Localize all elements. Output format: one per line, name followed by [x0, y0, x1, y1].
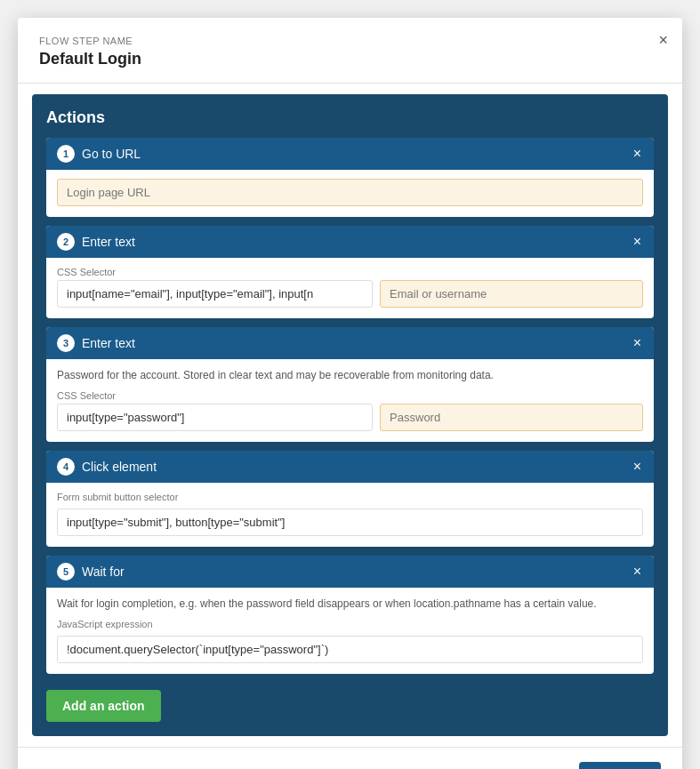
modal: × Flow Step Name Default Login Actions 1…: [18, 18, 682, 769]
action-type-5: Wait for: [82, 565, 125, 579]
action-type-2: Enter text: [82, 235, 135, 249]
css-selector-input-2[interactable]: [57, 280, 373, 308]
action-type-3: Enter text: [82, 336, 135, 350]
action-body-4: Form submit button selector: [46, 483, 654, 547]
css-selector-label-2: CSS Selector: [57, 267, 373, 277]
action-close-1[interactable]: ×: [632, 145, 643, 163]
action-body-5: Wait for login completion, e.g. when the…: [46, 588, 654, 674]
actions-panel: Actions 1 Go to URL × 2 Enter text ×: [32, 94, 668, 736]
action-type-1: Go to URL: [82, 147, 141, 161]
js-expression-input[interactable]: [57, 636, 643, 663]
css-selector-input-3[interactable]: [57, 404, 373, 431]
action-header-2: 2 Enter text ×: [46, 226, 654, 258]
css-selector-label-3: CSS Selector: [57, 390, 373, 401]
action-close-3[interactable]: ×: [632, 334, 643, 352]
close-button[interactable]: ×: [658, 32, 668, 48]
flow-step-label: Flow Step Name: [39, 36, 661, 46]
action-type-4: Click element: [82, 460, 157, 474]
action-number-5: 5: [57, 563, 75, 581]
action-close-4[interactable]: ×: [632, 458, 643, 476]
action-card-3: 3 Enter text × Password for the account.…: [46, 327, 654, 442]
action-note-5: Wait for login completion, e.g. when the…: [57, 597, 643, 612]
action-number-2: 2: [57, 233, 75, 251]
action-close-5[interactable]: ×: [632, 563, 643, 581]
action-body-2: CSS Selector: [46, 258, 654, 318]
action-header-4: 4 Click element ×: [46, 451, 654, 483]
action-card-2: 2 Enter text × CSS Selector: [46, 226, 654, 318]
modal-footer: Create: [18, 747, 682, 769]
action-body-3: Password for the account. Stored in clea…: [46, 359, 654, 442]
enter-text-value-2[interactable]: [380, 280, 643, 308]
create-button[interactable]: Create: [579, 762, 661, 769]
goto-url-input[interactable]: [57, 179, 643, 206]
action-close-2[interactable]: ×: [632, 233, 643, 251]
action-number-4: 4: [57, 458, 75, 476]
submit-selector-label: Form submit button selector: [57, 492, 643, 502]
action-number-3: 3: [57, 334, 75, 352]
modal-header: Flow Step Name Default Login: [18, 18, 682, 84]
action-card-1: 1 Go to URL ×: [46, 138, 654, 217]
action-header-5: 5 Wait for ×: [46, 556, 654, 588]
action-note-3: Password for the account. Stored in clea…: [57, 368, 643, 383]
js-expression-label: JavaScript expression: [57, 619, 643, 629]
action-header-1: 1 Go to URL ×: [46, 138, 654, 170]
action-card-4: 4 Click element × Form submit button sel…: [46, 451, 654, 547]
action-number-1: 1: [57, 145, 75, 163]
flow-step-name: Default Login: [39, 50, 661, 68]
actions-title: Actions: [46, 108, 654, 127]
action-card-5: 5 Wait for × Wait for login completion, …: [46, 556, 654, 674]
action-body-1: [46, 170, 654, 217]
action-header-3: 3 Enter text ×: [46, 327, 654, 359]
enter-text-value-3[interactable]: [380, 404, 643, 431]
add-action-button[interactable]: Add an action: [46, 690, 161, 722]
click-selector-input[interactable]: [57, 509, 643, 536]
